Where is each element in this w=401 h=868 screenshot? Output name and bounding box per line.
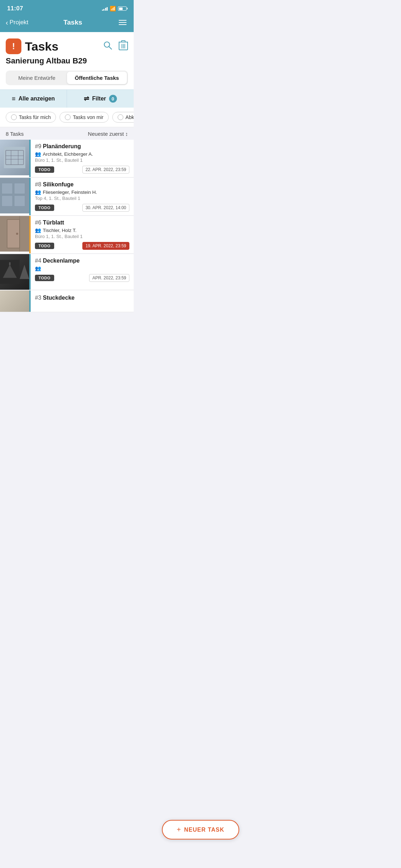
task-title-3: Stuckdecke: [43, 295, 74, 301]
quick-filters: Tasks für mich Tasks von mir Abklärun: [0, 108, 134, 127]
task-assignee-text-8: Fliesenleger, Feinstein H.: [43, 190, 97, 195]
task-number-title-3: #3 Stuckdecke: [35, 295, 129, 301]
task-image-lamp: [0, 254, 29, 290]
page-title-row: ! Tasks: [6, 38, 58, 54]
task-card-4[interactable]: #4 Deckenlampe 👥 TODO APR. 2022, 23:59: [0, 254, 134, 290]
task-number-title-9: #9 Planänderung: [35, 143, 129, 150]
task-image-tile: [0, 178, 29, 213]
svg-rect-17: [2, 196, 12, 206]
chip-von-mir[interactable]: Tasks von mir: [60, 112, 109, 123]
task-number-title-8: #8 Silikonfuge: [35, 181, 129, 188]
task-number-6: #6: [35, 219, 43, 226]
nav-header: ‹ Projekt Tasks: [0, 16, 134, 32]
filter-bar: ≡ Alle anzeigen ⇌ Filter 0: [0, 89, 134, 108]
task-image-door: [0, 216, 29, 252]
task-card-9[interactable]: #9 Planänderung 👥 Architekt, Eichberger …: [0, 140, 134, 177]
svg-rect-15: [2, 183, 12, 194]
task-body-9: #9 Planänderung 👥 Architekt, Eichberger …: [31, 140, 134, 177]
task-card-6[interactable]: #6 Türblatt 👥 Tischler, Holz T. Büro 1, …: [0, 216, 134, 254]
filter-button[interactable]: ⇌ Filter 0: [67, 90, 134, 108]
task-assignee-6: 👥 Tischler, Holz T.: [35, 227, 129, 233]
task-number-9: #9: [35, 143, 43, 149]
task-number-4: #4: [35, 258, 43, 264]
trash-icon: [119, 40, 128, 50]
back-button[interactable]: ‹ Projekt: [6, 19, 29, 26]
sort-label: Neueste zuerst: [88, 131, 124, 137]
task-body-3: #3 Stuckdecke: [31, 290, 134, 312]
chip-radio-abklaerung: [118, 114, 123, 120]
tile-image-svg: [0, 178, 29, 213]
battery-icon: [118, 6, 127, 11]
lamp-image-svg: [0, 254, 20, 290]
task-title-4: Deckenlampe: [43, 258, 79, 264]
people-icon-8: 👥: [35, 189, 41, 195]
tasks-count-row: 8 Tasks Neueste zuerst ↕: [0, 127, 134, 140]
menu-icon-line3: [119, 24, 127, 25]
status-icons: 📶: [102, 6, 127, 11]
task-location-9: Büro 1, 1. St., Bauteil 1: [35, 157, 129, 163]
filter-badge: 0: [109, 95, 117, 103]
tab-public[interactable]: Öffentliche Tasks: [67, 72, 127, 84]
task-card-3[interactable]: #3 Stuckdecke: [0, 290, 134, 312]
delete-button[interactable]: [119, 40, 128, 52]
task-assignee-8: 👥 Fliesenleger, Feinstein H.: [35, 189, 129, 195]
svg-line-1: [109, 47, 112, 50]
task-image-3: [0, 290, 29, 312]
task-body-4: #4 Deckenlampe 👥 TODO APR. 2022, 23:59: [31, 254, 134, 290]
sort-button[interactable]: Neueste zuerst ↕: [88, 131, 128, 137]
task-number-title-6: #6 Türblatt: [35, 219, 129, 226]
chip-abklaerung-label: Abklärun: [125, 114, 134, 120]
task-title-9: Planänderung: [43, 143, 81, 149]
task-footer-9: TODO 22. APR. 2022, 23:59: [35, 166, 129, 174]
svg-point-21: [16, 233, 18, 235]
wifi-icon: 📶: [110, 6, 116, 11]
page-title: Tasks: [25, 40, 58, 53]
tab-drafts[interactable]: Meine Entwürfe: [7, 72, 67, 84]
svg-rect-25: [9, 262, 11, 265]
chip-fuer-mich[interactable]: Tasks für mich: [6, 112, 56, 123]
tasks-list: #9 Planänderung 👥 Architekt, Eichberger …: [0, 140, 134, 312]
tasks-count: 8 Tasks: [6, 131, 24, 137]
task-image-9: [0, 140, 29, 175]
task-footer-6: TODO 19. APR. 2022, 23:59: [35, 242, 129, 250]
svg-rect-16: [14, 183, 25, 194]
task-number-title-4: #4 Deckenlampe: [35, 258, 129, 264]
main-content: ! Tasks Sanierung Alt: [0, 32, 134, 89]
task-assignee-4: 👥: [35, 265, 129, 271]
header-actions: [103, 40, 128, 52]
chip-fuer-mich-label: Tasks für mich: [19, 114, 51, 120]
chip-abklaerung[interactable]: Abklärun: [112, 112, 134, 123]
list-icon: ≡: [12, 95, 16, 103]
sort-icon: ↕: [125, 131, 128, 137]
filter-label: Filter: [92, 95, 106, 102]
task-assignee-text-6: Tischler, Holz T.: [43, 228, 77, 233]
svg-rect-8: [4, 147, 25, 168]
task-body-8: #8 Silikonfuge 👥 Fliesenleger, Feinstein…: [31, 178, 134, 215]
all-filter-button[interactable]: ≡ Alle anzeigen: [0, 90, 67, 108]
task-due-8: 30. APR. 2022, 14:00: [82, 204, 129, 212]
people-icon-9: 👥: [35, 151, 41, 157]
task-card-8[interactable]: #8 Silikonfuge 👥 Fliesenleger, Feinstein…: [0, 178, 134, 216]
task-status-8: TODO: [35, 205, 54, 211]
back-arrow-icon: ‹: [6, 19, 8, 26]
all-filter-label: Alle anzeigen: [19, 95, 55, 102]
plan-image-svg: [4, 147, 25, 168]
menu-button[interactable]: [117, 19, 128, 26]
tasks-app-icon: !: [6, 38, 21, 54]
svg-rect-18: [14, 196, 25, 206]
search-icon: [103, 41, 112, 50]
tab-pills: Meine Entwürfe Öffentliche Tasks: [6, 71, 128, 85]
task-location-8: Top 4, 1. St., Bauteil 1: [35, 196, 129, 201]
menu-icon-line1: [119, 20, 127, 21]
filter-icon: ⇌: [84, 95, 89, 103]
task-image-plan: [0, 140, 29, 175]
task-status-4: TODO: [35, 275, 54, 281]
task-body-6: #6 Türblatt 👥 Tischler, Holz T. Büro 1, …: [31, 216, 134, 253]
task-footer-8: TODO 30. APR. 2022, 14:00: [35, 204, 129, 212]
signal-icon: [102, 6, 108, 11]
chip-radio-fuer-mich: [11, 114, 17, 120]
search-button[interactable]: [103, 41, 112, 52]
people-icon-4: 👥: [35, 265, 41, 271]
chip-radio-von-mir: [65, 114, 71, 120]
task-title-8: Silikonfuge: [43, 181, 73, 187]
